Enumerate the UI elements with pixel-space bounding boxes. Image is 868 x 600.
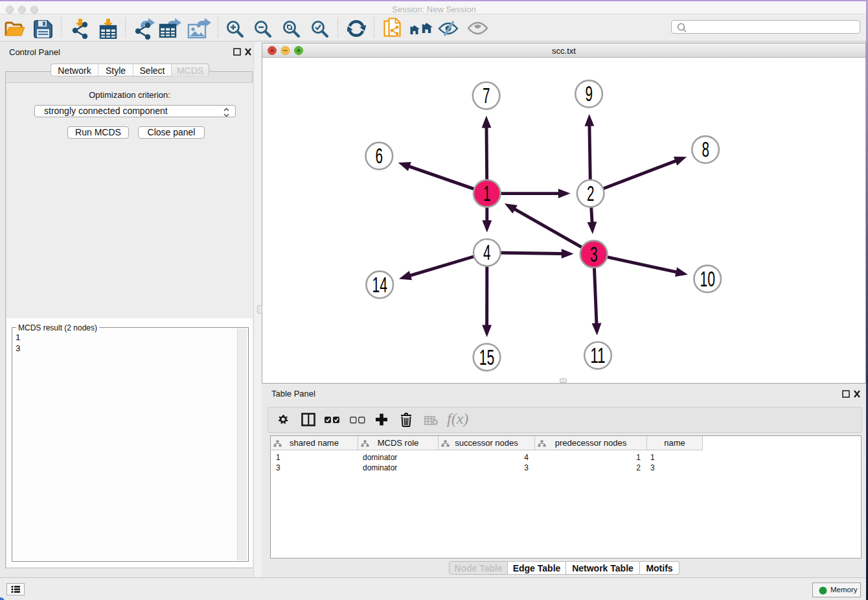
svg-text:1: 1 (483, 181, 491, 205)
svg-text:3: 3 (590, 242, 598, 266)
svg-text:4: 4 (483, 240, 491, 264)
svg-text:6: 6 (376, 144, 383, 168)
svg-text:15: 15 (479, 345, 495, 369)
svg-text:14: 14 (372, 273, 387, 297)
svg-text:11: 11 (590, 343, 606, 367)
svg-text:8: 8 (702, 137, 709, 161)
svg-text:7: 7 (483, 84, 490, 108)
svg-text:9: 9 (585, 82, 593, 106)
svg-text:10: 10 (700, 267, 716, 291)
svg-text:2: 2 (587, 181, 595, 205)
